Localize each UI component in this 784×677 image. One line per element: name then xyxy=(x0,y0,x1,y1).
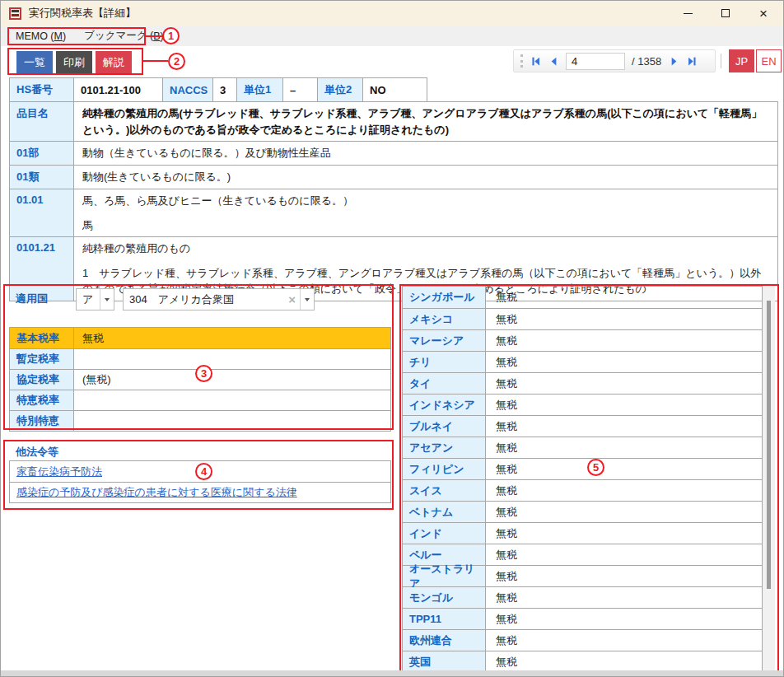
table-row: アセアン無税 xyxy=(403,437,762,458)
table-row: 英国無税 xyxy=(403,651,762,672)
law-row: 感染症の予防及び感染症の患者に対する医療に関する法律 xyxy=(10,482,390,502)
unit2-label: 単位2 xyxy=(318,78,363,101)
menu-bookmark-text: ブックマーク ( xyxy=(84,29,153,43)
next-page-button[interactable] xyxy=(668,55,679,67)
section-label: 01部 xyxy=(10,142,74,165)
minimize-icon xyxy=(684,13,693,14)
annotation-circle-2: 2 xyxy=(168,53,185,70)
menu-item-bookmark[interactable]: ブックマーク (B) xyxy=(75,26,173,46)
country-rate: 無税 xyxy=(486,330,762,351)
unit2-value: NO xyxy=(363,78,427,101)
law-link-livestock[interactable]: 家畜伝染病予防法 xyxy=(16,465,102,479)
country-name: ブルネイ xyxy=(403,416,486,437)
subheading-line-1: 純粋種の繁殖用のもの xyxy=(82,240,769,257)
scrollbar-thumb[interactable] xyxy=(767,301,771,589)
language-jp-button[interactable]: JP xyxy=(729,49,754,72)
country-rate: 無税 xyxy=(486,416,762,437)
country-name: インドネシア xyxy=(403,395,486,415)
country-select[interactable]: 304 アメリカ合衆国 × xyxy=(123,288,315,310)
table-row: インド無税 xyxy=(403,522,762,544)
table-row: フィリピン無税 xyxy=(403,458,762,479)
country-rate: 無税 xyxy=(486,566,762,586)
app-icon xyxy=(9,7,21,20)
titlebar: 実行関税率表【詳細】 × xyxy=(1,1,783,26)
pager: / 1358 xyxy=(513,49,716,72)
table-row: マレーシア無税 xyxy=(403,329,762,351)
country-name: スイス xyxy=(403,480,486,501)
rate-row-wto: 協定税率 (無税) xyxy=(10,369,390,390)
country-rate: 無税 xyxy=(486,459,762,479)
country-rate: 無税 xyxy=(486,437,762,458)
window-title: 実行関税率表【詳細】 xyxy=(29,6,136,21)
chapter-row: 01類 動物(生きているものに限る。) xyxy=(10,165,777,189)
table-row: スイス無税 xyxy=(403,479,762,501)
country-rate: 無税 xyxy=(486,352,762,372)
section-text: 動物（生きているものに限る。）及び動物性生産品 xyxy=(74,142,777,165)
table-row: タイ無税 xyxy=(403,372,762,394)
country-rate: 無税 xyxy=(486,523,762,544)
rate-row-ldc: 特別特恵 xyxy=(10,410,390,431)
country-name: シンガポール xyxy=(403,287,486,308)
country-rate: 無税 xyxy=(486,309,762,329)
table-row: チリ無税 xyxy=(403,351,762,372)
menu-item-memo[interactable]: MEMO (M) xyxy=(7,26,75,46)
last-page-button[interactable] xyxy=(686,55,698,67)
annotation-line-2 xyxy=(143,60,168,62)
country-name: フィリピン xyxy=(403,459,486,479)
country-name: モンゴル xyxy=(403,587,486,608)
country-index-value: ア xyxy=(77,292,100,307)
country-rate: 無税 xyxy=(486,587,762,608)
ldc-rate-label: 特別特恵 xyxy=(10,411,74,431)
hs-number-label: HS番号 xyxy=(10,78,74,101)
country-rate: 無税 xyxy=(486,480,762,501)
clear-icon[interactable]: × xyxy=(284,292,300,306)
close-icon: × xyxy=(759,7,768,21)
country-rate: 無税 xyxy=(486,502,762,522)
chevron-down-icon[interactable] xyxy=(300,289,314,310)
ldc-rate-value xyxy=(74,411,390,431)
first-page-button[interactable] xyxy=(530,55,541,67)
section-row: 01部 動物（生きているものに限る。）及び動物性生産品 xyxy=(10,141,777,165)
pager-grip-icon[interactable] xyxy=(520,54,523,68)
language-en-button[interactable]: EN xyxy=(756,49,782,72)
table-row: ベトナム無税 xyxy=(403,501,762,522)
naccs-label: NACCS xyxy=(163,78,213,101)
heading-label: 01.01 xyxy=(10,189,74,236)
country-name: 欧州連合 xyxy=(403,630,486,651)
naccs-value: 3 xyxy=(213,78,237,101)
menu-memo-close: ) xyxy=(63,30,66,42)
table-row: インドネシア無税 xyxy=(403,394,762,415)
menu-memo-accesskey: M xyxy=(54,30,63,42)
country-name: チリ xyxy=(403,352,486,372)
chevron-down-icon[interactable] xyxy=(100,289,114,310)
country-name: メキシコ xyxy=(403,309,486,329)
table-row: モンゴル無税 xyxy=(403,586,762,608)
item-name-text: 純粋種の繁殖用の馬(サラブレッド種、サラブレッド系種、アラブ種、アングロアラブ種… xyxy=(74,102,777,141)
maximize-button[interactable] xyxy=(707,1,744,26)
law-link-infectious[interactable]: 感染症の予防及び感染症の患者に対する医療に関する法律 xyxy=(16,485,297,500)
wto-rate-label: 協定税率 xyxy=(10,370,74,390)
basic-rate-label: 基本税率 xyxy=(10,328,74,348)
print-button[interactable]: 印刷 xyxy=(56,51,92,73)
menu-memo-text: MEMO ( xyxy=(16,30,54,42)
hs-header-row: HS番号 0101.21-100 NACCS 3 単位1 – 単位2 NO xyxy=(9,77,427,102)
close-button[interactable]: × xyxy=(744,1,782,26)
country-name: ベトナム xyxy=(403,502,486,522)
page-number-input[interactable] xyxy=(566,53,625,70)
page-total-label: / 1358 xyxy=(632,55,661,68)
table-row: TPP11無税 xyxy=(403,608,762,629)
window-controls: × xyxy=(669,1,782,26)
law-row: 家畜伝染病予防法 xyxy=(10,461,390,482)
minimize-button[interactable] xyxy=(669,1,707,26)
hs-body: 品目名 純粋種の繁殖用の馬(サラブレッド種、サラブレッド系種、アラブ種、アングロ… xyxy=(9,101,778,301)
country-name: 英国 xyxy=(403,651,486,672)
heading-line-1: 馬、ろ馬、ら馬及びヒニー（生きているものに限る。） xyxy=(82,193,769,209)
list-button[interactable]: 一覧 xyxy=(16,51,53,73)
vertical-scrollbar[interactable] xyxy=(763,286,775,671)
country-index-select[interactable]: ア xyxy=(76,288,114,310)
country-rate: 無税 xyxy=(486,287,762,308)
maximize-icon xyxy=(721,9,730,17)
prev-page-button[interactable] xyxy=(548,55,559,67)
explain-button[interactable]: 解説 xyxy=(96,51,132,73)
country-name: マレーシア xyxy=(403,330,486,351)
